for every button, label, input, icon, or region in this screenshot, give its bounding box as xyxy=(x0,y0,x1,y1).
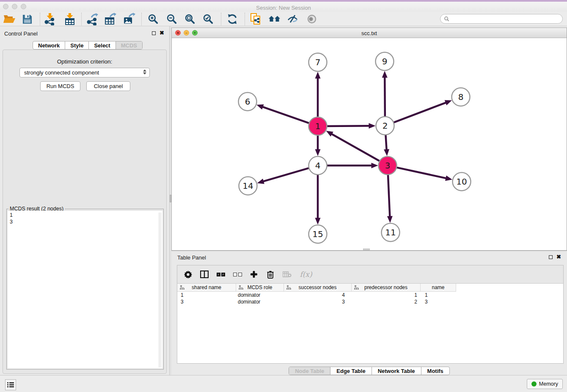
column-header-name[interactable]: name xyxy=(421,284,456,291)
function-builder-button: f(x) xyxy=(299,270,313,279)
graph-edge-2-3[interactable] xyxy=(385,134,387,152)
column-header-shared-name[interactable]: shared name xyxy=(177,284,236,291)
flow-icon xyxy=(180,285,184,290)
network-window-titlebar[interactable]: ✕ − + scc.txt xyxy=(172,28,567,38)
export-image-button[interactable] xyxy=(122,12,136,26)
graph-edge-3-11[interactable] xyxy=(388,174,390,218)
export-network-button[interactable] xyxy=(85,12,99,26)
graph-edge-arrowhead xyxy=(382,71,388,77)
table-body: 1 dominator 4 1 1 3 dominator 3 2 3 xyxy=(177,292,563,363)
network-canvas[interactable]: 1234678910111415 xyxy=(172,38,567,250)
graph-edge-3-10[interactable] xyxy=(396,167,448,179)
cell-mcds-role: dominator xyxy=(236,292,284,298)
graph-edge-arrowhead xyxy=(445,100,452,105)
import-network-button[interactable] xyxy=(43,12,57,26)
status-bar: Memory xyxy=(0,375,567,392)
float-panel-icon[interactable] xyxy=(152,31,156,35)
graph-node-label: 14 xyxy=(242,181,253,191)
zoom-out-button[interactable] xyxy=(165,12,179,26)
search-input[interactable] xyxy=(440,14,563,24)
delete-table-icon xyxy=(283,271,292,277)
toolbar-separator xyxy=(221,13,221,25)
control-panel-tabs: Network Style Select MCDS xyxy=(33,41,143,50)
column-header-predecessor-nodes[interactable]: predecessor nodes xyxy=(352,284,421,291)
network-window-title: scc.txt xyxy=(172,30,567,36)
trash-icon xyxy=(267,271,274,279)
mcds-result-text[interactable]: 1 3 xyxy=(8,211,162,368)
toolbar-separator xyxy=(245,13,245,25)
graph-edge-1-6[interactable] xyxy=(261,106,310,124)
delete-column-button[interactable] xyxy=(266,271,275,279)
table-row[interactable]: 3 dominator 3 2 3 xyxy=(177,298,563,305)
task-history-button[interactable] xyxy=(5,379,16,390)
gear-icon xyxy=(184,271,192,279)
refresh-icon xyxy=(226,13,238,25)
graph-edge-2-9[interactable] xyxy=(385,75,385,117)
column-label: predecessor nodes xyxy=(364,284,407,290)
tab-node-table[interactable]: Node Table xyxy=(289,367,330,375)
cell-predecessor-nodes: 2 xyxy=(352,298,421,305)
import-network-icon xyxy=(44,13,56,25)
graph-node-label: 4 xyxy=(315,160,321,171)
close-panel-icon[interactable]: ✖ xyxy=(556,255,561,259)
graph-edge-3-1[interactable] xyxy=(330,133,380,161)
cell-name: 1 xyxy=(421,292,456,298)
hide-selected-button[interactable] xyxy=(286,12,300,26)
add-column-button[interactable] xyxy=(249,271,259,278)
table-row[interactable]: 1 dominator 4 1 1 xyxy=(177,292,563,298)
select-all-rows-button[interactable]: ✓✓ xyxy=(216,273,226,276)
network-splitter-handle[interactable] xyxy=(363,248,370,250)
tab-edge-table[interactable]: Edge Table xyxy=(330,367,371,375)
column-header-mcds-role[interactable]: MCDS role xyxy=(236,284,284,291)
tab-mcds[interactable]: MCDS xyxy=(116,41,142,49)
tab-network-table[interactable]: Network Table xyxy=(372,367,421,375)
tab-motifs[interactable]: Motifs xyxy=(421,367,449,375)
float-panel-icon[interactable] xyxy=(549,255,553,259)
dropdown-value: strongly connected component xyxy=(24,69,99,76)
graph-edge-2-8[interactable] xyxy=(393,102,448,123)
fx-icon: f(x) xyxy=(300,270,312,279)
show-all-button[interactable] xyxy=(305,12,319,26)
plus-icon xyxy=(250,271,258,278)
tab-network[interactable]: Network xyxy=(33,41,65,49)
mcds-result-group: MCDS result (2 nodes) 1 3 xyxy=(6,209,164,370)
tab-style[interactable]: Style xyxy=(65,41,88,49)
graph-edge-4-14[interactable] xyxy=(261,168,310,182)
open-session-button[interactable] xyxy=(2,12,17,26)
flow-icon xyxy=(239,285,243,290)
export-table-icon xyxy=(104,13,117,25)
export-table-button[interactable] xyxy=(103,12,118,26)
first-neighbors-button[interactable] xyxy=(267,12,282,26)
graph-edge-arrowhead xyxy=(257,179,264,184)
optimization-criterion-select[interactable]: strongly connected component xyxy=(19,68,150,77)
refresh-button[interactable] xyxy=(225,12,239,26)
table-panel: Table Panel ✖ ✓✓ f(x) shared name MCDS r… xyxy=(171,251,567,375)
close-panel-button[interactable]: Close panel xyxy=(86,81,130,91)
toolbar-separator xyxy=(40,13,40,25)
tab-select[interactable]: Select xyxy=(88,41,115,49)
unchecked-box-icon xyxy=(238,273,242,276)
zoom-fit-icon xyxy=(184,14,196,25)
graph-edge-1-2[interactable] xyxy=(326,126,371,126)
zoom-selected-button[interactable] xyxy=(201,12,215,26)
column-chooser-button[interactable] xyxy=(200,271,209,278)
memory-label: Memory xyxy=(539,381,558,387)
table-settings-button[interactable] xyxy=(183,271,193,279)
network-graph[interactable]: 1234678910111415 xyxy=(172,38,567,250)
run-mcds-button[interactable]: Run MCDS xyxy=(40,81,80,91)
graph-node-label: 6 xyxy=(245,97,250,107)
optimization-criterion-label: Optimization criterion: xyxy=(3,58,166,65)
deselect-all-rows-button[interactable] xyxy=(233,273,242,276)
column-label: name xyxy=(432,284,444,290)
import-table-button[interactable] xyxy=(63,12,77,26)
column-header-successor-nodes[interactable]: successor nodes xyxy=(284,284,352,291)
close-panel-icon[interactable]: ✖ xyxy=(160,31,164,35)
save-session-button[interactable] xyxy=(20,12,34,26)
zoom-in-button[interactable] xyxy=(146,12,160,26)
toolbar-separator xyxy=(141,13,142,25)
graph-node-label: 10 xyxy=(456,177,467,187)
zoom-fit-button[interactable] xyxy=(183,12,197,26)
result-scrollbar[interactable] xyxy=(159,213,162,367)
memory-button[interactable]: Memory xyxy=(527,379,563,389)
duplicate-network-button[interactable] xyxy=(249,12,263,26)
